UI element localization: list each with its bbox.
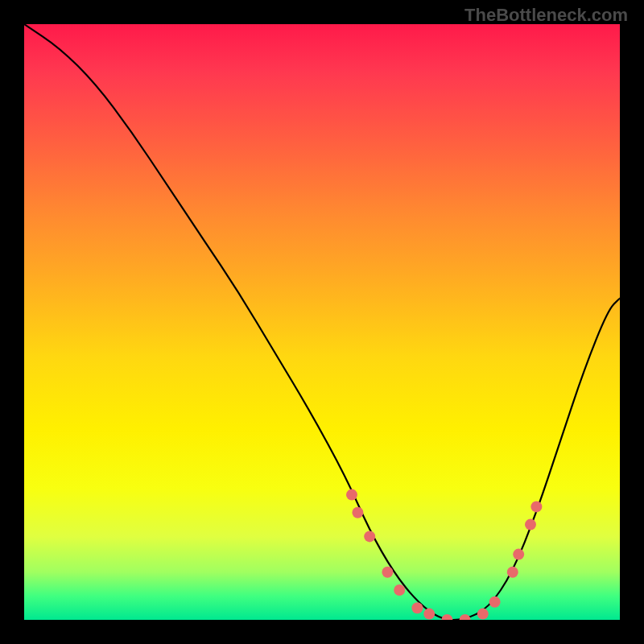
data-point (441, 614, 452, 620)
chart-container: TheBottleneck.com (0, 0, 644, 644)
bottleneck-curve (24, 24, 620, 620)
curve-svg (24, 24, 620, 620)
data-point (346, 489, 357, 501)
data-point (507, 567, 518, 578)
data-point (460, 614, 471, 620)
data-point (423, 609, 435, 620)
data-point (513, 549, 524, 560)
data-point (477, 609, 489, 620)
plot-area (24, 24, 620, 620)
data-point (411, 602, 423, 613)
watermark-text: TheBottleneck.com (464, 5, 628, 26)
data-point (364, 530, 375, 542)
data-point (352, 507, 363, 518)
data-point (394, 584, 405, 596)
data-point (525, 519, 536, 530)
data-point (489, 597, 501, 608)
marker-points (346, 489, 542, 620)
data-point (530, 501, 542, 512)
data-point (382, 567, 393, 578)
